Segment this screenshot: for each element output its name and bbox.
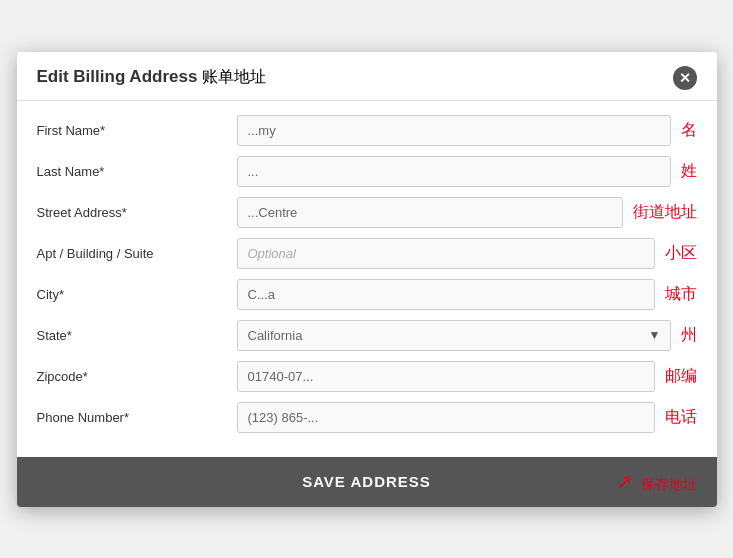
city-input-wrap (237, 279, 655, 310)
apt-label: Apt / Building / Suite (37, 246, 237, 261)
city-label: City* (37, 287, 237, 302)
zipcode-input[interactable] (237, 361, 655, 392)
zipcode-input-wrap (237, 361, 655, 392)
first-name-input-wrap (237, 115, 671, 146)
modal-title-text: Edit Billing Address (37, 67, 198, 86)
city-chinese: 城市 (665, 284, 697, 305)
footer-chinese: 保存地址 (641, 476, 697, 492)
last-name-chinese: 姓 (681, 161, 697, 182)
modal-title-chinese: 账单地址 (202, 68, 266, 85)
city-row: City* 城市 (37, 279, 697, 310)
zipcode-chinese: 邮编 (665, 366, 697, 387)
modal-header: Edit Billing Address 账单地址 ✕ (17, 52, 717, 101)
modal-body: First Name* 名 Last Name* 姓 Street Addres… (17, 101, 717, 457)
zipcode-label: Zipcode* (37, 369, 237, 384)
apt-input-wrap (237, 238, 655, 269)
state-label: State* (37, 328, 237, 343)
arrow-icon: ↗ (616, 470, 633, 494)
street-address-label: Street Address* (37, 205, 237, 220)
street-address-input[interactable] (237, 197, 623, 228)
zipcode-row: Zipcode* 邮编 (37, 361, 697, 392)
state-chinese: 州 (681, 325, 697, 346)
footer-hint: ↗ 保存地址 (616, 470, 697, 494)
modal-footer: SAVE ADDRESS ↗ 保存地址 (17, 457, 717, 507)
phone-label: Phone Number* (37, 410, 237, 425)
city-input[interactable] (237, 279, 655, 310)
phone-input-wrap (237, 402, 655, 433)
last-name-label: Last Name* (37, 164, 237, 179)
street-address-row: Street Address* 街道地址 (37, 197, 697, 228)
first-name-row: First Name* 名 (37, 115, 697, 146)
last-name-input[interactable] (237, 156, 671, 187)
modal-title: Edit Billing Address 账单地址 (37, 67, 266, 88)
close-icon: ✕ (679, 70, 691, 86)
save-address-button[interactable]: SAVE ADDRESS (302, 473, 431, 490)
phone-chinese: 电话 (665, 407, 697, 428)
first-name-input[interactable] (237, 115, 671, 146)
street-address-input-wrap (237, 197, 623, 228)
phone-row: Phone Number* 电话 (37, 402, 697, 433)
phone-input[interactable] (237, 402, 655, 433)
close-button[interactable]: ✕ (673, 66, 697, 90)
state-select[interactable]: California Alabama Alaska Arizona Colora… (237, 320, 671, 351)
apt-input[interactable] (237, 238, 655, 269)
street-address-chinese: 街道地址 (633, 202, 697, 223)
state-row: State* California Alabama Alaska Arizona… (37, 320, 697, 351)
last-name-input-wrap (237, 156, 671, 187)
apt-chinese: 小区 (665, 243, 697, 264)
state-select-wrap: California Alabama Alaska Arizona Colora… (237, 320, 671, 351)
first-name-label: First Name* (37, 123, 237, 138)
last-name-row: Last Name* 姓 (37, 156, 697, 187)
billing-address-modal: Edit Billing Address 账单地址 ✕ First Name* … (17, 52, 717, 507)
apt-row: Apt / Building / Suite 小区 (37, 238, 697, 269)
first-name-chinese: 名 (681, 120, 697, 141)
